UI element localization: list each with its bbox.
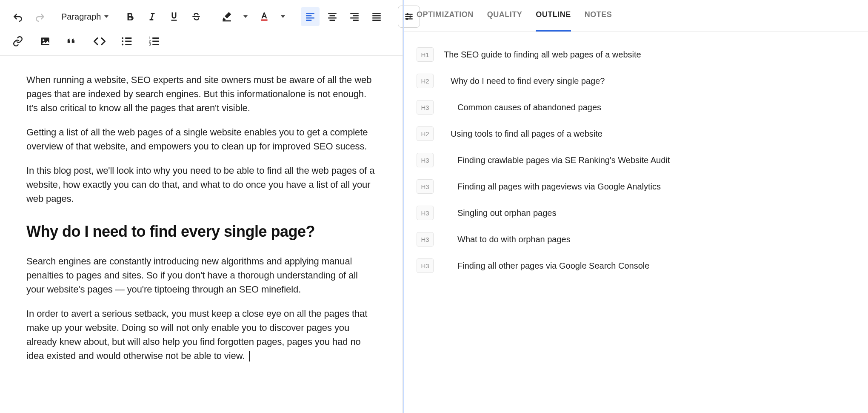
heading-level-badge: H1: [417, 47, 434, 62]
heading-level-badge: H3: [417, 179, 434, 194]
tab-optimization[interactable]: OPTIMIZATION: [417, 10, 474, 32]
code-button[interactable]: [90, 32, 109, 51]
outline-item-text: Finding all pages with pageviews via Goo…: [444, 181, 661, 192]
highlight-color-button[interactable]: [217, 7, 236, 26]
outline-item[interactable]: H2Why do I need to find every single pag…: [417, 68, 855, 94]
paragraph: Getting a list of all the web pages of a…: [26, 125, 376, 153]
heading-level-badge: H3: [417, 100, 434, 115]
tab-outline[interactable]: OUTLINE: [536, 10, 571, 32]
tab-notes[interactable]: NOTES: [585, 10, 612, 32]
highlight-color-dropdown[interactable]: [240, 7, 251, 26]
heading-level-badge: H2: [417, 74, 434, 88]
sidebar-tabs: OPTIMIZATION QUALITY OUTLINE NOTES: [404, 0, 868, 32]
svg-point-6: [43, 39, 44, 41]
outline-item-text: Why do I need to find every single page?: [444, 75, 605, 86]
outline-item-text: Common causes of abandoned pages: [444, 102, 601, 113]
blockquote-button[interactable]: [63, 32, 82, 51]
paragraph: When running a website, SEO experts and …: [26, 73, 376, 115]
block-type-dropdown[interactable]: Paragraph: [57, 6, 113, 27]
outline-item-text: Finding all other pages via Google Searc…: [444, 260, 649, 271]
chevron-down-icon: [281, 15, 285, 18]
paragraph: Search engines are constantly introducin…: [26, 254, 376, 296]
text-cursor: [249, 351, 250, 361]
outline-item[interactable]: H3Common causes of abandoned pages: [417, 94, 855, 120]
outline-item[interactable]: H3What to do with orphan pages: [417, 226, 855, 252]
heading-level-badge: H3: [417, 232, 434, 247]
align-justify-button[interactable]: [367, 7, 386, 26]
outline-item-text: Singling out orphan pages: [444, 207, 556, 218]
image-button[interactable]: [36, 32, 54, 51]
heading-2: Why do I need to find every single page?: [26, 220, 376, 243]
underline-button[interactable]: [165, 7, 183, 26]
bold-button[interactable]: [120, 7, 139, 26]
svg-rect-0: [223, 20, 231, 22]
tab-quality[interactable]: QUALITY: [487, 10, 523, 32]
editor-content[interactable]: When running a website, SEO experts and …: [0, 56, 403, 390]
outline-item[interactable]: H3Finding all pages with pageviews via G…: [417, 173, 855, 200]
align-left-button[interactable]: [301, 7, 320, 26]
outline-item-text: Using tools to find all pages of a websi…: [444, 128, 602, 139]
heading-level-badge: H3: [417, 206, 434, 220]
svg-point-8: [122, 40, 123, 42]
bullet-list-button[interactable]: [117, 32, 136, 51]
heading-level-badge: H2: [417, 126, 434, 141]
undo-button[interactable]: [9, 7, 27, 26]
outline-item[interactable]: H3Singling out orphan pages: [417, 200, 855, 226]
svg-point-7: [122, 37, 123, 39]
block-type-label: Paragraph: [61, 12, 101, 22]
heading-level-badge: H3: [417, 258, 434, 273]
paragraph: In order to avert a serious setback, you…: [26, 307, 376, 363]
redo-button[interactable]: [31, 7, 49, 26]
strikethrough-button[interactable]: [187, 7, 206, 26]
text-color-dropdown[interactable]: [277, 7, 289, 26]
text-color-button[interactable]: [255, 7, 274, 26]
toolbar: Paragraph: [0, 0, 403, 56]
align-right-button[interactable]: [345, 7, 364, 26]
outline-item[interactable]: H3Finding all other pages via Google Sea…: [417, 252, 855, 279]
outline-item[interactable]: H3Finding crawlable pages via SE Ranking…: [417, 147, 855, 173]
outline-item[interactable]: H1The SEO guide to finding all web pages…: [417, 41, 855, 68]
outline-item[interactable]: H2Using tools to find all pages of a web…: [417, 120, 855, 147]
italic-button[interactable]: [143, 7, 161, 26]
align-center-button[interactable]: [323, 7, 342, 26]
numbered-list-button[interactable]: 123: [145, 32, 163, 51]
chevron-down-icon: [243, 15, 248, 18]
chevron-down-icon: [104, 15, 108, 18]
outline-list: H1The SEO guide to finding all web pages…: [404, 32, 868, 288]
link-button[interactable]: [9, 32, 27, 51]
outline-item-text: Finding crawlable pages via SE Ranking's…: [444, 155, 670, 166]
outline-item-text: What to do with orphan pages: [444, 234, 571, 245]
svg-rect-1: [261, 20, 268, 21]
svg-text:3: 3: [149, 42, 151, 46]
svg-point-9: [122, 44, 123, 46]
heading-level-badge: H3: [417, 153, 434, 167]
outline-item-text: The SEO guide to finding all web pages o…: [444, 49, 641, 60]
paragraph: In this blog post, we'll look into why y…: [26, 163, 376, 206]
